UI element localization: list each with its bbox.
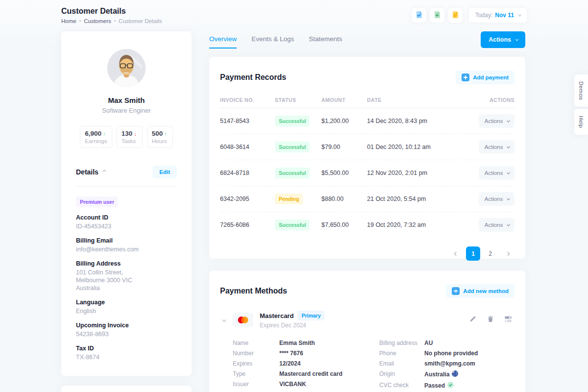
row-actions-label: Actions	[485, 196, 503, 202]
payment-method-row: Mastercard Primary Expires Dec 2024	[220, 311, 514, 329]
stat-value: 500	[152, 130, 163, 137]
detail-value: smith@kpmg.com	[424, 360, 514, 367]
detail-value: VICBANK	[279, 381, 379, 388]
row-actions-label: Actions	[485, 118, 503, 124]
page-button-2[interactable]: 2	[483, 246, 497, 261]
chevron-right-icon	[505, 251, 509, 255]
detail-label: Expires	[233, 360, 279, 367]
trend-up-icon	[164, 130, 167, 137]
row-actions-label: Actions	[485, 222, 503, 228]
table-row: 7265-6086 Successful $7,650.00 19 Oct 20…	[220, 212, 514, 238]
edit-method-button[interactable]	[466, 314, 479, 326]
table-row: 6824-8718 Successful $5,500.00 12 Nov 20…	[220, 160, 514, 186]
actions-button[interactable]: Actions	[481, 31, 525, 48]
date: 21 Oct 2020, 5:54 pm	[367, 196, 470, 202]
stat-value: 130	[122, 130, 133, 137]
pencil-icon	[469, 316, 476, 324]
row-actions-button[interactable]: Actions	[479, 166, 514, 180]
australia-flag-icon	[452, 370, 458, 378]
mastercard-logo	[233, 313, 253, 327]
tab-events-logs[interactable]: Events & Logs	[251, 35, 294, 49]
file-check-icon	[415, 11, 423, 20]
payment-methods-card: Payment Methods Add new method Mastercar…	[209, 270, 525, 392]
settings-method-button[interactable]	[502, 314, 514, 326]
customer-name: Max Smith	[76, 96, 177, 104]
date: 14 Dec 2020, 8:43 pm	[367, 118, 470, 124]
field-label: Language	[76, 299, 177, 306]
prev-page-button[interactable]	[449, 246, 463, 261]
file-check-button[interactable]	[412, 8, 426, 23]
file-plus-button[interactable]	[430, 8, 444, 23]
toggles-icon	[504, 316, 512, 324]
detail-label: Origin	[379, 370, 424, 378]
stat-label: Earnings	[85, 138, 107, 144]
field-label: Account ID	[76, 214, 177, 221]
edit-button[interactable]: Edit	[152, 166, 177, 178]
table-body: 5147-8543 Successful $1,200.00 14 Dec 20…	[220, 108, 514, 238]
details-toggle[interactable]: Details	[76, 168, 105, 176]
add-new-method-label: Add new method	[463, 288, 509, 294]
row-actions-button[interactable]: Actions	[479, 218, 514, 232]
method-info: Mastercard Primary Expires Dec 2024	[260, 311, 324, 329]
payment-methods-header: Payment Methods Add new method	[220, 284, 514, 298]
chevron-down-icon	[515, 37, 518, 41]
chevron-up-icon	[102, 170, 106, 173]
detail-value: 12/2024	[279, 360, 379, 367]
stat-earnings: 6,900 Earnings	[80, 126, 112, 148]
date-picker[interactable]: Today: Nov 11	[469, 8, 527, 23]
breadcrumb-home[interactable]: Home	[61, 18, 76, 24]
detail-value: Passed	[424, 382, 445, 389]
demos-side-tab[interactable]: Demos	[574, 74, 588, 107]
help-side-tab[interactable]: Help	[574, 109, 588, 135]
field-value: 54238-8693	[76, 330, 177, 338]
breadcrumb-current: Customer Details	[119, 18, 162, 24]
expand-toggle-button[interactable]	[220, 314, 227, 325]
method-details-right: Billing address AU Phone No phone provid…	[379, 340, 514, 392]
status-badge: Successful	[275, 220, 310, 230]
detail-label: Type	[233, 370, 279, 377]
chevron-down-icon	[518, 13, 521, 16]
breadcrumb: Home • Customers • Customer Details	[61, 18, 162, 24]
tabs-row: Overview Events & Logs Statements Action…	[209, 31, 525, 57]
page-button-1[interactable]: 1	[466, 246, 480, 261]
table-row: 5147-8543 Successful $1,200.00 14 Dec 20…	[220, 108, 514, 134]
tab-overview[interactable]: Overview	[209, 35, 237, 49]
field-label: Billing Address	[76, 260, 177, 267]
profile-stats: 6,900 Earnings 130 Tasks 500 Hours	[76, 126, 177, 148]
row-actions-button[interactable]: Actions	[479, 140, 514, 154]
field-billing-email: Billing Email info@keenthemes.com	[76, 237, 177, 253]
stat-tasks: 130 Tasks	[117, 126, 143, 148]
chevron-down-icon	[507, 119, 510, 122]
delete-method-button[interactable]	[484, 314, 497, 326]
row-actions-button[interactable]: Actions	[479, 192, 514, 206]
connected-accounts-card: Connected Accounts	[61, 386, 192, 392]
check-circle-icon	[447, 382, 454, 390]
field-language: Language English	[76, 299, 177, 315]
field-tax-id: Tax ID TX-8674	[76, 345, 177, 361]
file-lines-button[interactable]	[448, 8, 463, 23]
column-status: STATUS	[275, 97, 321, 103]
next-page-button[interactable]	[500, 246, 514, 261]
invoice-no: 6342-2095	[220, 196, 275, 202]
invoice-no: 6048-3614	[220, 144, 275, 150]
add-new-method-button[interactable]: Add new method	[446, 284, 514, 298]
payment-records-header: Payment Records Add payment	[220, 71, 514, 84]
breadcrumb-customers[interactable]: Customers	[84, 18, 111, 24]
stat-value: 6,900	[85, 130, 101, 137]
payment-records-table: INVOICE NO. STATUS AMOUNT DATE ACTIONS 5…	[220, 97, 514, 238]
plus-icon	[462, 74, 469, 81]
chevron-left-icon	[454, 251, 458, 255]
payment-records-title: Payment Records	[220, 73, 286, 82]
stat-label: Hours	[152, 138, 168, 144]
tab-statements[interactable]: Statements	[309, 35, 342, 49]
address-line-2: Melbourne 3000 VIC	[76, 276, 177, 284]
profile-card: Max Smith Software Enginer 6,900 Earning…	[61, 31, 192, 376]
stat-label: Tasks	[122, 138, 138, 144]
row-actions-button[interactable]: Actions	[479, 114, 514, 128]
add-payment-button[interactable]: Add payment	[456, 71, 514, 84]
plus-icon	[452, 287, 460, 295]
chevron-down-icon	[507, 222, 510, 225]
breadcrumb-separator: •	[114, 18, 116, 24]
field-label: Billing Email	[76, 237, 177, 244]
primary-badge: Primary	[297, 311, 324, 320]
